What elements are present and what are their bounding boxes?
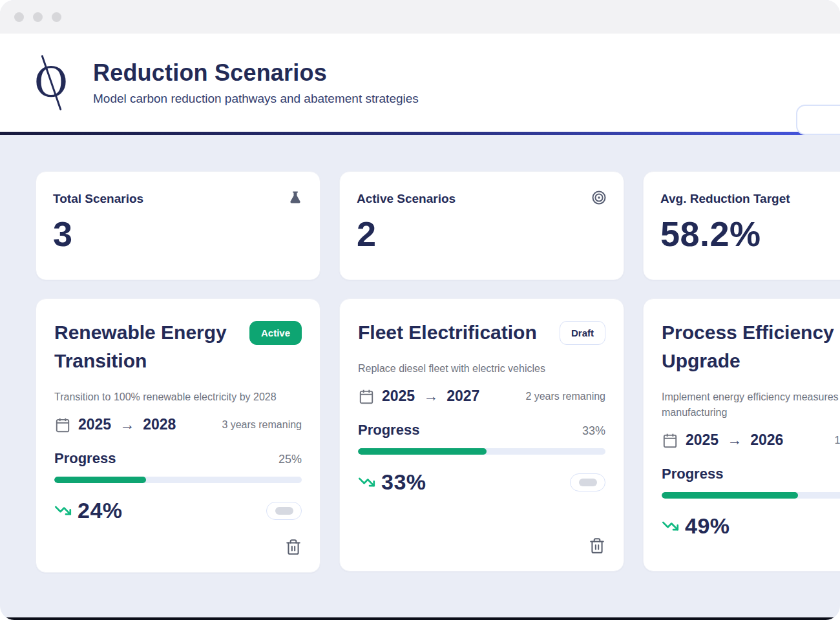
scenario-description: Implement energy efficiency measures in …	[662, 389, 840, 420]
reduction-value: 33%	[381, 470, 426, 495]
progress-label: Progress	[54, 450, 116, 467]
scenario-description: Transition to 100% renewable electricity…	[54, 389, 302, 405]
reduction-row: 33%	[358, 470, 605, 495]
scenario-head: Renewable Energy Transition Active	[54, 318, 302, 375]
status-badge: Active	[249, 321, 302, 345]
progress-row: Progress	[662, 466, 840, 482]
arrow-right-icon: →	[118, 416, 136, 433]
scenario-dates: 2025 → 2026 1 year remaning	[662, 431, 840, 449]
progress-label: Progress	[358, 422, 419, 439]
start-year: 2025	[686, 431, 719, 449]
window-dot[interactable]	[33, 12, 43, 22]
scenarios-row: Renewable Energy Transition Active Trans…	[36, 298, 840, 573]
toggle-knob	[275, 507, 293, 515]
scenario-dates: 2025 → 2028 3 years remaning	[54, 416, 302, 433]
scenario-title: Renewable Energy Transition	[54, 318, 240, 375]
bottom-border	[0, 617, 840, 620]
scenario-dates: 2025 → 2027 2 years remaning	[358, 388, 605, 405]
end-year: 2027	[446, 388, 479, 405]
scenario-card-renewable-energy: Renewable Energy Transition Active Trans…	[36, 298, 320, 573]
reduction-row: 24%	[54, 498, 302, 523]
progress-row: Progress 25%	[54, 450, 302, 467]
reduction-row: 49%	[662, 513, 840, 539]
stat-card-avg-reduction-target: Avg. Reduction Target 58.2%	[643, 171, 840, 280]
header-action-button[interactable]	[796, 105, 840, 135]
arrow-right-icon: →	[726, 431, 743, 449]
end-year: 2028	[143, 416, 176, 433]
toggle-knob	[579, 479, 597, 486]
scenario-card-fleet-electrification: Fleet Electrification Draft Replace dies…	[339, 298, 624, 572]
delete-button[interactable]	[285, 539, 302, 555]
toggle-switch[interactable]	[570, 473, 605, 491]
logo-q-icon: O	[26, 52, 76, 114]
header-text: Reduction Scenarios Model carbon reducti…	[93, 59, 419, 106]
stats-row: Total Scenarios 3 Active Scenarios 2 Avg…	[36, 171, 840, 280]
calendar-icon	[662, 432, 678, 449]
trash-icon	[589, 537, 605, 554]
target-icon	[591, 190, 607, 205]
window-titlebar	[0, 0, 840, 34]
years-remaining: 3 years remaning	[222, 419, 302, 431]
main-content: Total Scenarios 3 Active Scenarios 2 Avg…	[0, 135, 840, 573]
stat-label: Avg. Reduction Target	[660, 192, 840, 206]
calendar-icon	[358, 388, 375, 405]
scenario-head: Fleet Electrification Draft	[358, 318, 605, 347]
card-footer	[54, 523, 302, 555]
progress-label: Progress	[662, 466, 723, 482]
stat-value: 58.2%	[660, 214, 840, 254]
card-footer	[358, 522, 605, 554]
window-dot[interactable]	[14, 12, 24, 22]
years-remaining: 2 years remaning	[525, 391, 605, 402]
scenario-card-process-efficiency: Process Efficiency Upgrade Implement ene…	[643, 298, 840, 572]
trending-down-icon	[662, 517, 679, 535]
flask-icon	[288, 190, 303, 205]
scenario-title: Process Efficiency Upgrade	[662, 318, 840, 375]
stat-card-total-scenarios: Total Scenarios 3	[36, 171, 320, 280]
progress-bar-fill	[54, 477, 146, 483]
stat-card-active-scenarios: Active Scenarios 2	[339, 171, 624, 280]
progress-bar	[54, 477, 302, 483]
stat-value: 2	[357, 214, 607, 254]
status-badge: Draft	[560, 321, 605, 345]
stat-label: Active Scenarios	[357, 192, 607, 206]
window-dot[interactable]	[52, 12, 61, 22]
reduction-value: 49%	[685, 513, 730, 539]
app-window: O Reduction Scenarios Model carbon reduc…	[0, 0, 840, 620]
scenario-title: Fleet Electrification	[358, 318, 551, 347]
page-title: Reduction Scenarios	[93, 59, 419, 87]
progress-value: 25%	[278, 453, 302, 466]
progress-bar	[662, 492, 840, 499]
progress-bar-fill	[358, 448, 487, 455]
delete-button[interactable]	[589, 537, 605, 554]
start-year: 2025	[382, 388, 415, 405]
trash-icon	[285, 539, 302, 555]
progress-bar	[358, 448, 605, 455]
progress-value: 33%	[582, 424, 605, 438]
toggle-switch[interactable]	[266, 502, 302, 520]
page-header: O Reduction Scenarios Model carbon reduc…	[0, 34, 840, 132]
progress-bar-fill	[662, 492, 798, 499]
stat-label: Total Scenarios	[53, 192, 303, 206]
scenario-description: Replace diesel fleet with electric vehic…	[358, 361, 605, 377]
start-year: 2025	[78, 416, 111, 433]
end-year: 2026	[750, 431, 783, 449]
reduction-value: 24%	[78, 498, 123, 523]
page-subtitle: Model carbon reduction pathways and abat…	[93, 92, 419, 106]
scenario-head: Process Efficiency Upgrade	[662, 318, 840, 375]
trending-down-icon	[358, 473, 375, 491]
trending-down-icon	[54, 502, 72, 519]
calendar-icon	[54, 417, 71, 433]
stat-value: 3	[53, 214, 303, 254]
progress-row: Progress 33%	[358, 422, 605, 439]
years-remaining: 1 year remaning	[834, 435, 840, 446]
arrow-right-icon: →	[422, 388, 439, 405]
